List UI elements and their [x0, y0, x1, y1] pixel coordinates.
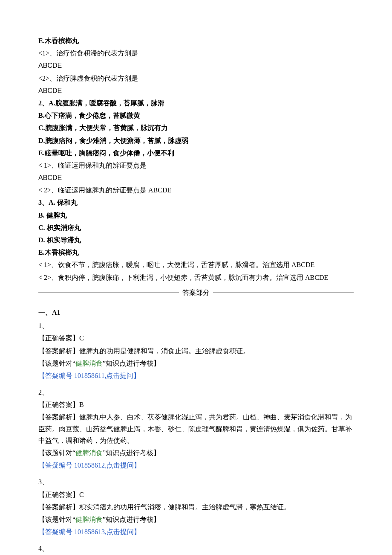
answer-number: 3、: [38, 476, 354, 488]
q2-option-b: B.心下痞满，食少倦怠，苔腻微黄: [38, 110, 354, 121]
q3-option-d: D. 枳实导滞丸: [38, 234, 354, 246]
answer-analysis: 【答案解析】枳实消痞丸的功用行气消痞，健脾和胃。主治脾虚气滞，寒热互结证。: [38, 501, 354, 513]
q3-sub1: < 1>、饮食不节，脘腹痞胀，嗳腐，呕吐，大便泄泻，舌苔厚腻，脉滑者。治宜选用 …: [38, 259, 354, 270]
q3-option-c: C. 枳实消痞丸: [38, 222, 354, 233]
subquestion-1-2: <2>、治疗脾虚食积的代表方剂是: [38, 73, 354, 84]
option-e: E.木香槟榔丸: [38, 35, 354, 46]
answer-topic: 【该题针对“健脾消食”知识点进行考核】: [38, 357, 354, 369]
choice-letters-1-1: ABCDE: [38, 60, 354, 71]
topic-keyword: 健脾消食: [75, 516, 103, 523]
subquestion-1-1: <1>、治疗伤食积滞的代表方剂是: [38, 47, 354, 59]
q3-sub2: < 2>、食积内停，脘腹胀痛，下利泄泻，小便短赤，舌苔黄腻，脉沉而有力者。治宜选…: [38, 272, 354, 283]
answer-number: 2、: [38, 386, 354, 398]
qa-link-line[interactable]: 【答疑编号 101858613,点击提问】: [38, 526, 354, 538]
q3-option-a: 3、A. 保和丸: [38, 197, 354, 208]
answer-topic: 【该题针对“健脾消食”知识点进行考核】: [38, 447, 354, 459]
answer-analysis: 【答案解析】健脾丸中人参、白术、茯苓健脾化湿止泻，共为君药。山楂、神曲、麦芽消食…: [38, 411, 354, 446]
answer-number: 4、: [38, 543, 354, 554]
topic-keyword: 健脾消食: [75, 449, 103, 456]
qa-link-line[interactable]: 【答疑编号 101858612,点击提问】: [38, 459, 354, 471]
q3-option-e: E.木香槟榔丸: [38, 247, 354, 258]
qa-link-line[interactable]: 【答疑编号 101858611,点击提问】: [38, 370, 354, 381]
q3-option-b: B. 健脾丸: [38, 209, 354, 221]
qa-link[interactable]: 【答疑编号 101858611,点击提问】: [38, 372, 140, 379]
correct-answer-line: 【正确答案】C: [38, 489, 354, 500]
choice-letters-1-2: ABCDE: [38, 85, 354, 96]
answer-analysis: 【答案解析】健脾丸的功用是健脾和胃，消食止泻。主治脾虚食积证。: [38, 345, 354, 357]
answer-section-header: 答案部分: [38, 287, 354, 298]
q2-sub1: < 1>、临证运用保和丸的辨证要点是: [38, 160, 354, 171]
q2-option-e: E.眩晕呕吐，胸膈痞闷，食少体倦，小便不利: [38, 147, 354, 159]
q2-option-d: D.脘腹痞闷，食少难消，大便溏薄，苔腻，脉虚弱: [38, 135, 354, 146]
q2-option-c: C.脘腹胀满，大便失常，苔黄腻，脉沉有力: [38, 122, 354, 134]
answer-topic: 【该题针对“健脾消食”知识点进行考核】: [38, 514, 354, 525]
q2-sub2: < 2>、临证运用健脾丸的辨证要点是 ABCDE: [38, 184, 354, 196]
qa-link[interactable]: 【答疑编号 101858613,点击提问】: [38, 528, 141, 535]
correct-answer-line: 【正确答案】B: [38, 399, 354, 410]
answer-number: 1、: [38, 320, 354, 331]
q2-sub1-choices: ABCDE: [38, 172, 354, 183]
topic-keyword: 健脾消食: [75, 360, 103, 367]
q2-option-a: 2、A.脘腹胀满，嗳腐吞酸，苔厚腻，脉滑: [38, 97, 354, 109]
correct-answer-line: 【正确答案】C: [38, 332, 354, 344]
section-a1-label: 一、A1: [38, 307, 354, 318]
qa-link[interactable]: 【答疑编号 101858612,点击提问】: [38, 462, 141, 469]
